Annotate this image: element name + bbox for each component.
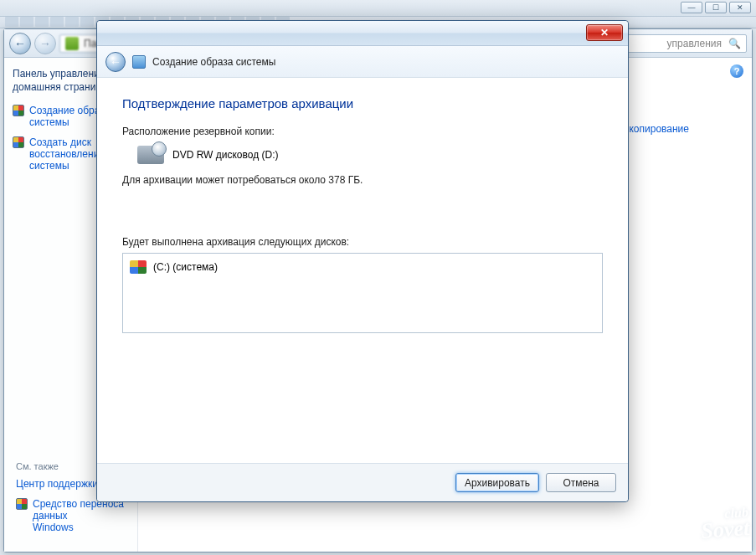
system-image-icon: [132, 55, 146, 69]
control-panel-icon: [65, 37, 79, 50]
sidebar-link-label: Центр поддержки: [16, 478, 98, 490]
dialog-close-button[interactable]: ✕: [586, 24, 623, 41]
sidebar-link-label: Средство переноса данных Windows: [33, 498, 133, 533]
help-icon[interactable]: ?: [730, 64, 743, 78]
dialog-header: ← Создание образа системы: [97, 46, 628, 78]
shield-icon: [16, 498, 28, 510]
window-close-button[interactable]: ✕: [729, 2, 751, 13]
nav-forward-button[interactable]: →: [34, 33, 56, 54]
dialog-footer: Архивировать Отмена: [97, 463, 628, 501]
backup-destination-text: DVD RW дисковод (D:): [172, 149, 279, 161]
system-image-dialog: ✕ ← Создание образа системы Подтверждени…: [96, 20, 629, 502]
archive-button[interactable]: Архивировать: [455, 473, 539, 492]
search-text: управления: [667, 38, 722, 49]
browser-chrome-top: — ☐ ✕: [0, 0, 756, 17]
windows-flag-icon: [130, 260, 147, 274]
shield-icon: [13, 136, 24, 148]
disk-item-label: (C:) (система): [153, 261, 218, 273]
backup-destination-row: DVD RW дисковод (D:): [137, 146, 603, 164]
shield-icon: [13, 105, 24, 116]
dialog-titlebar[interactable]: ✕: [97, 21, 628, 46]
dialog-back-button[interactable]: ←: [105, 52, 126, 72]
dialog-title: Создание образа системы: [152, 56, 275, 68]
dialog-content: Подтверждение параметров архивации Распо…: [97, 78, 628, 463]
disks-list-label: Будет выполнена архивация следующих диск…: [122, 236, 603, 248]
cancel-button[interactable]: Отмена: [546, 473, 616, 492]
dvd-drive-icon: [137, 146, 164, 164]
window-maximize-button[interactable]: ☐: [705, 2, 727, 13]
backup-size-note: Для архивации может потребоваться около …: [122, 174, 603, 186]
nav-back-button[interactable]: ←: [9, 33, 31, 54]
list-item: (C:) (система): [130, 260, 595, 274]
window-minimize-button[interactable]: —: [681, 2, 702, 13]
disks-list: (C:) (система): [122, 253, 603, 333]
sidebar-link-easy-transfer[interactable]: Средство переноса данных Windows: [16, 498, 133, 533]
backup-location-label: Расположение резервной копии:: [122, 126, 603, 137]
search-icon: 🔍: [728, 38, 741, 49]
search-field[interactable]: управления 🔍: [621, 34, 747, 53]
content-link-copy[interactable]: копирование: [629, 123, 689, 135]
dialog-heading: Подтверждение параметров архивации: [122, 96, 603, 110]
